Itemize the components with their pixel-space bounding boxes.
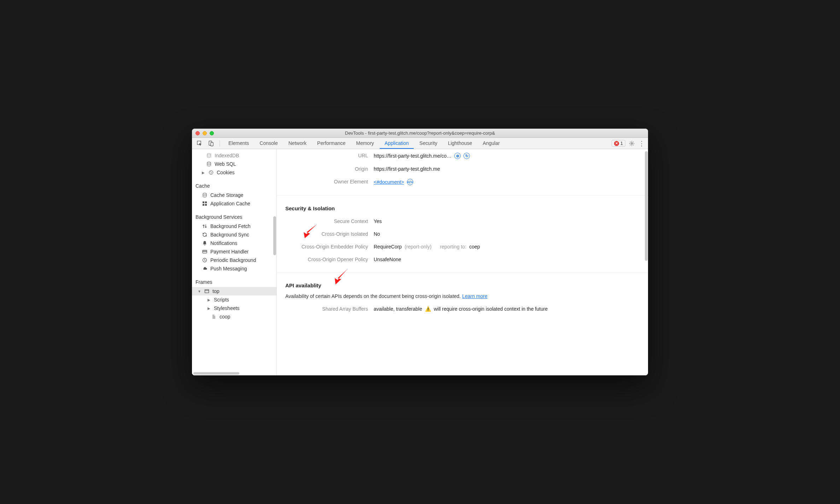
- svg-point-3: [631, 142, 632, 144]
- sidebar-heading-frames: Frames: [192, 277, 276, 287]
- copy-url-icon[interactable]: ⊜: [454, 153, 461, 159]
- tab-console[interactable]: Console: [255, 138, 282, 149]
- api-availability-desc: Availability of certain APIs depends on …: [285, 292, 640, 303]
- frame-tree-top[interactable]: ▼ top: [192, 287, 276, 295]
- error-count: 1: [620, 141, 623, 146]
- reveal-elements-icon[interactable]: </>: [407, 179, 413, 185]
- close-window-button[interactable]: [196, 131, 200, 135]
- tab-performance[interactable]: Performance: [312, 138, 350, 149]
- svg-rect-13: [203, 204, 204, 206]
- devtools-window: DevTools - first-party-test.glitch.me/co…: [192, 129, 648, 375]
- url-value: https://first-party-test.glitch.me/co…: [374, 153, 451, 159]
- error-count-badge[interactable]: ✕ 1: [612, 140, 625, 147]
- sidebar-item-periodic-bg[interactable]: Periodic Background: [192, 256, 276, 264]
- settings-gear-icon[interactable]: [627, 141, 637, 146]
- sidebar-vertical-scrollbar[interactable]: [273, 216, 276, 255]
- sync-icon: [202, 232, 208, 238]
- sidebar-item-label: Notifications: [210, 240, 237, 246]
- sidebar-item-notifications[interactable]: Notifications: [192, 239, 276, 247]
- security-isolation-heading: Security & Isolation: [285, 202, 640, 215]
- expand-caret-icon: ▼: [198, 289, 201, 293]
- url-label: URL: [285, 153, 374, 158]
- sidebar-heading-bg: Background Services: [192, 212, 276, 222]
- frame-tree-scripts[interactable]: ▶ Scripts: [192, 295, 276, 304]
- clock-icon: [202, 257, 208, 263]
- device-toggle-icon[interactable]: [206, 139, 216, 148]
- sidebar-item-cookies[interactable]: ▶ Cookies: [192, 168, 276, 177]
- frame-tree-leaf-coop[interactable]: coop: [192, 312, 276, 321]
- sab-value: available, transferable: [374, 306, 422, 312]
- svg-point-8: [211, 172, 212, 172]
- minimize-window-button[interactable]: [203, 131, 207, 135]
- tab-memory[interactable]: Memory: [351, 138, 379, 149]
- sidebar-item-label: IndexedDB: [215, 153, 239, 158]
- expand-caret-icon: ▶: [208, 306, 211, 310]
- sidebar-item-label: Push Messaging: [210, 266, 247, 271]
- sidebar-item-indexeddb[interactable]: IndexedDB: [192, 151, 276, 160]
- tab-elements[interactable]: Elements: [223, 138, 254, 149]
- sab-warning-text: will require cross-origin isolated conte…: [434, 306, 548, 312]
- coep-reporting-value: coep: [469, 244, 480, 250]
- sidebar-item-payment[interactable]: Payment Handler: [192, 247, 276, 256]
- database-icon: [202, 192, 208, 198]
- frame-tree-stylesheets[interactable]: ▶ Stylesheets: [192, 304, 276, 312]
- svg-point-6: [209, 171, 213, 175]
- devtools-toolbar: Elements Console Network Performance Mem…: [192, 138, 648, 149]
- cookie-icon: [208, 170, 214, 175]
- sidebar-item-cache-storage[interactable]: Cache Storage: [192, 191, 276, 199]
- svg-rect-11: [203, 201, 204, 203]
- frame-detail-pane: URL https://first-party-test.glitch.me/c…: [277, 149, 648, 375]
- tab-application[interactable]: Application: [380, 138, 414, 149]
- coep-reporting-label: reporting to:: [440, 244, 466, 250]
- secure-context-label: Secure Context: [285, 218, 374, 224]
- sidebar-item-application-cache[interactable]: Application Cache: [192, 199, 276, 208]
- api-desc-text: Availability of certain APIs depends on …: [285, 293, 462, 299]
- cloud-icon: [202, 266, 208, 271]
- sidebar-item-label: Application Cache: [210, 201, 250, 206]
- database-icon: [206, 161, 212, 167]
- main-vertical-scrollbar[interactable]: [645, 151, 648, 261]
- origin-value: https://first-party-test.glitch.me: [374, 166, 440, 172]
- more-menu-icon[interactable]: ⋮: [638, 140, 645, 147]
- api-availability-heading: API availablity: [285, 279, 321, 292]
- divider: [277, 195, 648, 195]
- annotation-arrow-icon: [331, 268, 351, 287]
- panel-body: IndexedDB Web SQL ▶ Cookies Cache Cache …: [192, 149, 648, 375]
- owner-element-link[interactable]: <#document>: [374, 179, 404, 185]
- tab-security[interactable]: Security: [414, 138, 442, 149]
- application-sidebar: IndexedDB Web SQL ▶ Cookies Cache Cache …: [192, 149, 277, 375]
- svg-rect-16: [203, 251, 207, 252]
- coep-label: Cross-Origin Embedder Policy: [285, 244, 374, 250]
- panel-tabs: Elements Console Network Performance Mem…: [223, 138, 610, 149]
- svg-rect-14: [205, 204, 207, 206]
- sidebar-item-bg-sync[interactable]: Background Sync: [192, 230, 276, 239]
- tab-network[interactable]: Network: [284, 138, 311, 149]
- svg-point-9: [211, 173, 211, 174]
- coop-label: Cross-Origin Opener Policy: [285, 257, 374, 262]
- error-dot-icon: ✕: [614, 141, 619, 146]
- sidebar-item-label: coop: [220, 314, 230, 320]
- sab-label: Shared Array Buffers: [285, 306, 374, 312]
- expand-caret-icon: ▶: [202, 171, 205, 175]
- coop-value: UnsafeNone: [374, 257, 401, 262]
- inspect-element-icon[interactable]: [195, 139, 205, 148]
- maximize-window-button[interactable]: [210, 131, 214, 135]
- svg-point-10: [203, 193, 206, 194]
- sidebar-item-bg-fetch[interactable]: Background Fetch: [192, 222, 276, 230]
- sidebar-item-label: Scripts: [214, 297, 229, 303]
- tab-angular[interactable]: Angular: [478, 138, 504, 149]
- sidebar-horizontal-scrollbar[interactable]: [192, 372, 276, 375]
- grid-icon: [202, 201, 208, 206]
- sidebar-item-push[interactable]: Push Messaging: [192, 264, 276, 273]
- sidebar-item-websql[interactable]: Web SQL: [192, 160, 276, 168]
- coi-value: No: [374, 231, 380, 237]
- sidebar-item-label: Web SQL: [215, 161, 236, 167]
- reveal-network-icon[interactable]: ↻: [463, 153, 470, 159]
- window-title: DevTools - first-party-test.glitch.me/co…: [192, 130, 648, 136]
- svg-point-5: [207, 162, 211, 163]
- tab-lighthouse[interactable]: Lighthouse: [443, 138, 477, 149]
- owner-element-label: Owner Element: [285, 179, 374, 184]
- sidebar-item-label: Stylesheets: [214, 305, 239, 311]
- learn-more-link[interactable]: Learn more: [462, 293, 488, 299]
- arrows-updown-icon: [202, 223, 208, 229]
